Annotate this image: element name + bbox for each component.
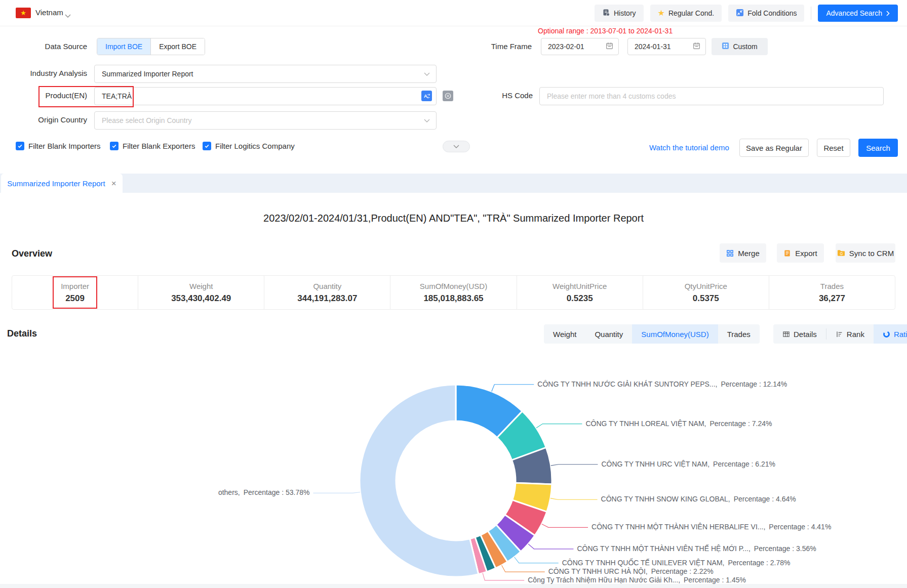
view-tab-rank[interactable]: Rank	[826, 324, 874, 344]
optional-range-text: Optional range : 2013-07-01 to 2024-01-3…	[538, 27, 673, 35]
metric-tab-trades[interactable]: Trades	[718, 324, 760, 344]
export-icon	[783, 249, 791, 257]
tab-summarized-importer-report[interactable]: Summarized Importer Report ×	[1, 174, 123, 193]
date-to-input[interactable]	[635, 43, 683, 51]
industry-analysis-select[interactable]: Summarized Importer Report	[94, 65, 437, 83]
regular-cond-label: Regular Cond.	[668, 9, 714, 17]
folder-sync-icon	[837, 249, 845, 257]
history-label: History	[614, 9, 636, 17]
checkbox-filter-logitics-company[interactable]: Filter Logitics Company	[203, 142, 295, 150]
tab-import-boe[interactable]: Import BOE	[97, 38, 150, 55]
origin-country-placeholder: Please select Origin Country	[102, 116, 191, 124]
chevron-down-icon	[424, 72, 430, 76]
origin-country-label: Origin Country	[0, 115, 87, 124]
overview-heading: Overview	[12, 248, 52, 259]
merge-button[interactable]: Merge	[720, 243, 766, 263]
svg-text:A: A	[424, 94, 427, 99]
divider	[811, 7, 811, 20]
report-title: 2023/02/01-2024/01/31,Product(EN) AND"TE…	[0, 213, 907, 224]
table-icon	[782, 330, 790, 338]
star-icon: ★	[658, 9, 665, 17]
metric-tab-quantity[interactable]: Quantity	[585, 324, 632, 344]
fold-conditions-button[interactable]: Fold Conditions	[728, 5, 804, 22]
checkbox-checked-icon	[110, 142, 119, 150]
tab-export-boe[interactable]: Export BOE	[150, 38, 205, 55]
export-label: Export	[795, 249, 817, 258]
report-tab-strip: Summarized Importer Report ×	[0, 174, 907, 193]
report-area: 2023/02/01-2024/01/31,Product(EN) AND"TE…	[0, 193, 907, 584]
fold-icon	[736, 9, 744, 18]
collapse-conditions-button[interactable]	[443, 141, 470, 152]
donut-chart-icon	[883, 330, 890, 338]
time-frame-label: Time Frame	[445, 42, 532, 51]
view-tabs: Details Rank Ratio	[773, 324, 907, 344]
chevron-down-icon[interactable]	[65, 11, 71, 19]
product-en-label: Product(EN)	[0, 91, 87, 100]
sync-to-crm-button[interactable]: Sync to CRM	[836, 243, 895, 263]
hs-code-label: HS Code	[446, 91, 533, 100]
chevron-down-icon	[424, 119, 430, 122]
stat-sum-of-money: SumOfMoney(USD)185,018,883.65	[390, 276, 516, 309]
checkbox-label: Filter Blank Importers	[28, 142, 101, 150]
advanced-search-button[interactable]: Advanced Search	[818, 5, 898, 22]
chevron-right-icon	[886, 11, 890, 16]
checkbox-filter-blank-importers[interactable]: Filter Blank Importers	[16, 142, 101, 150]
stat-weight-unit-price: WeightUnitPrice0.5235	[517, 276, 643, 309]
top-bar: ★ Vietnam History ★ Regular Cond. Fold C…	[0, 0, 907, 26]
hs-code-input[interactable]	[539, 87, 884, 105]
industry-analysis-value: Summarized Importer Report	[102, 70, 193, 78]
custom-icon	[722, 42, 729, 51]
custom-label: Custom	[733, 43, 757, 51]
checkbox-filter-blank-exporters[interactable]: Filter Blank Exporters	[110, 142, 195, 150]
date-to-field[interactable]	[627, 38, 706, 55]
stat-qty-unit-price: QtyUnitPrice0.5375	[643, 276, 769, 309]
advanced-search-label: Advanced Search	[826, 9, 882, 17]
export-button[interactable]: Export	[777, 243, 824, 263]
stat-importer: Importer2509	[12, 276, 138, 309]
reset-button[interactable]: Reset	[817, 139, 850, 157]
data-source-tabs: Import BOE Export BOE	[97, 38, 205, 55]
tutorial-demo-link[interactable]: Watch the tutorial demo	[649, 143, 729, 152]
sync-to-crm-label: Sync to CRM	[849, 249, 894, 258]
industry-analysis-label: Industry Analysis	[0, 69, 87, 77]
product-en-input[interactable]	[94, 87, 437, 105]
view-tab-label: Details	[794, 330, 817, 339]
close-icon[interactable]: ×	[111, 179, 116, 188]
view-tab-ratio[interactable]: Ratio	[874, 324, 907, 344]
checkbox-checked-icon	[16, 142, 24, 150]
custom-range-button[interactable]: Custom	[712, 38, 768, 55]
details-heading: Details	[7, 328, 37, 339]
stat-weight: Weight353,430,402.49	[138, 276, 264, 309]
chevron-down-icon	[453, 145, 459, 148]
save-as-regular-button[interactable]: Save as Regular	[739, 139, 809, 157]
search-button[interactable]: Search	[858, 139, 898, 157]
translate-icon[interactable]: A	[421, 91, 432, 101]
checkbox-checked-icon	[203, 142, 211, 150]
metric-tab-sumofmoney[interactable]: SumOfMoney(USD)	[632, 324, 718, 344]
tab-title: Summarized Importer Report	[7, 179, 105, 188]
checkbox-label: Filter Logitics Company	[215, 142, 295, 150]
rank-icon	[836, 330, 843, 338]
metric-tabs: Weight Quantity SumOfMoney(USD) Trades	[544, 324, 760, 344]
date-from-field[interactable]	[541, 38, 619, 55]
calendar-icon	[693, 42, 700, 51]
view-tab-label: Ratio	[894, 330, 907, 339]
data-source-label: Data Source	[0, 42, 87, 51]
country-selector-label[interactable]: Vietnam	[35, 8, 63, 17]
regular-cond-button[interactable]: ★ Regular Cond.	[650, 5, 722, 22]
stat-trades: Trades36,277	[769, 276, 895, 309]
history-button[interactable]: History	[595, 5, 644, 22]
fold-conditions-label: Fold Conditions	[747, 9, 797, 17]
metric-tab-weight[interactable]: Weight	[544, 324, 585, 344]
merge-label: Merge	[738, 249, 760, 258]
origin-country-select[interactable]: Please select Origin Country	[94, 111, 437, 130]
calendar-icon	[606, 42, 613, 51]
filter-panel: Data Source Import BOE Export BOE Option…	[0, 26, 907, 174]
history-icon	[602, 9, 610, 18]
checkbox-label: Filter Blank Exporters	[123, 142, 195, 150]
date-from-input[interactable]	[548, 43, 596, 51]
merge-icon	[726, 249, 734, 257]
view-tab-details[interactable]: Details	[773, 324, 826, 344]
bottom-strip	[0, 584, 907, 588]
overview-stats-bar: Importer2509 Weight353,430,402.49 Quanti…	[12, 275, 895, 310]
